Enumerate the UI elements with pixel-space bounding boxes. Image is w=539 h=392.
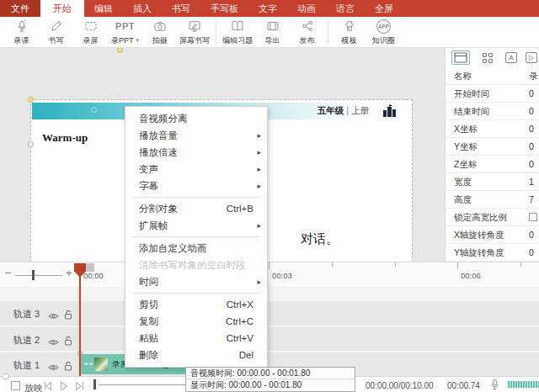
- edit-exercise-button[interactable]: 编辑习题: [220, 17, 255, 47]
- seek-slider-handle[interactable]: [93, 379, 96, 389]
- zoom-in-button[interactable]: +: [66, 267, 72, 279]
- tab-playback[interactable]: ▷: [526, 52, 537, 63]
- publish-button[interactable]: 发布: [290, 17, 324, 47]
- panel-tab-bar: A ▷: [446, 48, 539, 67]
- menu-item-copy[interactable]: 复制Ctrl+C: [125, 313, 267, 330]
- tab-fullscreen[interactable]: 全屏: [365, 0, 403, 17]
- x-coord-field[interactable]: 0: [529, 124, 539, 134]
- cursor-time-display: 00:00.74: [447, 381, 480, 390]
- zoom-slider[interactable]: [15, 275, 62, 276]
- eye-icon[interactable]: [48, 309, 59, 324]
- ppt-icon: PPT: [115, 19, 135, 34]
- menu-item-split-object[interactable]: 分割对象Ctrl+B: [125, 200, 267, 217]
- template-button[interactable]: 模板: [332, 17, 366, 47]
- grade-badge: 五年级|上册: [318, 105, 369, 117]
- tab-edit[interactable]: 编辑: [84, 0, 123, 17]
- submenu-arrow-icon: ▸: [257, 127, 261, 144]
- end-time-field[interactable]: 0: [529, 106, 539, 116]
- playhead-line[interactable]: [79, 277, 81, 377]
- menu-divider: [132, 236, 260, 237]
- name-field[interactable]: 录: [529, 71, 539, 82]
- tab-layout-grid[interactable]: [478, 50, 497, 65]
- tab-animation[interactable]: 动画: [287, 0, 326, 17]
- play-button[interactable]: [58, 380, 70, 392]
- playback-checkbox[interactable]: [11, 381, 20, 390]
- tab-home[interactable]: 开始: [40, 0, 84, 17]
- y-coord-field[interactable]: 0: [529, 141, 539, 151]
- property-row: Y轴旋转角度0: [446, 244, 539, 262]
- ruler-label: 00:00: [83, 271, 104, 280]
- menu-item-extend-frame[interactable]: 扩展帧▸: [125, 217, 267, 234]
- tab-insert[interactable]: 插入: [123, 0, 162, 17]
- record-ppt-button[interactable]: PPT 录PPT ▾: [108, 17, 142, 47]
- building-logo-icon: [382, 104, 398, 119]
- menu-item-playback-volume[interactable]: 播放音量▸: [125, 127, 267, 144]
- screen-write-icon: [187, 19, 202, 34]
- menu-item-add-custom-animation[interactable]: 添加自定义动画: [125, 240, 267, 257]
- zoom-out-button[interactable]: −: [5, 267, 12, 279]
- tab-tablet[interactable]: 手写板: [200, 0, 248, 17]
- record-screen-button[interactable]: 录屏: [73, 17, 108, 47]
- z-coord-field[interactable]: 0: [529, 159, 539, 169]
- property-row: 名称录: [446, 67, 539, 85]
- prev-frame-button[interactable]: [42, 380, 54, 392]
- mic-level-icon: [490, 379, 499, 392]
- menu-item-cut[interactable]: 剪切Ctrl+X: [125, 296, 267, 313]
- tab-language[interactable]: 语言: [326, 0, 365, 17]
- start-time-field[interactable]: 0: [529, 88, 539, 98]
- properties-panel: A ▷ 名称录 开始时间0 结束时间0 X坐标0 Y坐标0 Z坐标0 宽度1 高…: [445, 48, 539, 262]
- width-field[interactable]: 1: [529, 177, 539, 187]
- grid-icon: [483, 53, 493, 63]
- selection-handle[interactable]: [117, 47, 123, 53]
- book-icon: [230, 19, 245, 34]
- track-label: 轨道 1: [13, 359, 40, 372]
- track-row-3[interactable]: 轨道 3: [0, 301, 539, 326]
- track-row-2[interactable]: 轨道 2: [0, 327, 539, 351]
- eye-icon[interactable]: [48, 335, 59, 350]
- y-rotation-field[interactable]: 0: [529, 247, 539, 257]
- ribbon-tab-bar: 文件 开始 编辑 插入 书写 手写板 文字 动画 语言 全屏: [0, 0, 539, 17]
- share-icon: [300, 19, 315, 34]
- lock-open-icon[interactable]: [64, 334, 72, 349]
- record-lesson-button[interactable]: 录课: [4, 17, 39, 47]
- toolbar-separator: [328, 20, 328, 44]
- menu-item-subtitles[interactable]: 字幕▸: [125, 177, 267, 194]
- tab-write[interactable]: 书写: [162, 0, 200, 17]
- menu-item-playback-speed[interactable]: 播放倍速▸: [125, 144, 267, 161]
- video-editor-window: 文件 开始 编辑 插入 书写 手写板 文字 动画 语言 全屏 录课 书写 录屏: [0, 0, 539, 392]
- write-button[interactable]: 书写: [39, 17, 73, 47]
- menu-item-voice-change[interactable]: 变声▸: [125, 161, 267, 177]
- property-row: 宽度1: [446, 173, 539, 191]
- x-rotation-field[interactable]: 0: [529, 230, 539, 240]
- export-button[interactable]: 导出: [255, 17, 290, 47]
- lock-aspect-ratio-checkbox[interactable]: [529, 213, 537, 221]
- knowledge-circle-button[interactable]: APP 知识圈: [366, 17, 401, 47]
- menu-item-paste[interactable]: 粘贴Ctrl+V: [125, 330, 267, 347]
- menu-item-clear-blank-segments: 清除书写对象的空白时段: [125, 257, 267, 273]
- lock-open-icon[interactable]: [64, 308, 72, 323]
- tab-text-style[interactable]: A: [505, 52, 517, 63]
- menu-item-separate-audio-video[interactable]: 音视频分离: [125, 110, 267, 127]
- scrollbar-thumb[interactable]: [2, 373, 9, 379]
- camera-icon: [152, 19, 168, 34]
- menu-item-time[interactable]: 时间▸: [125, 273, 267, 290]
- menu-item-delete[interactable]: 删除Del: [125, 347, 267, 363]
- height-field[interactable]: 7: [529, 194, 539, 204]
- slide-title: Warm-up: [42, 131, 88, 145]
- submenu-arrow-icon: ▸: [257, 217, 261, 234]
- timeline-ruler[interactable]: − + 00:00 00:03 00:06: [0, 262, 539, 287]
- tab-file[interactable]: 文件: [0, 0, 40, 17]
- eye-icon[interactable]: [48, 360, 59, 375]
- zoom-slider-handle[interactable]: [32, 270, 35, 280]
- screen-write-button[interactable]: 屏幕书写: [177, 17, 212, 47]
- tab-text[interactable]: 文字: [248, 0, 287, 17]
- selection-handle[interactable]: [28, 97, 34, 103]
- menu-divider: [132, 197, 260, 198]
- next-frame-button[interactable]: [74, 380, 86, 392]
- tab-object-properties[interactable]: [451, 50, 470, 65]
- selection-handle[interactable]: [28, 141, 34, 147]
- chevron-down-icon[interactable]: ▾: [136, 37, 140, 44]
- capture-button[interactable]: 拍摄: [142, 17, 177, 47]
- property-row: 结束时间0: [446, 103, 539, 120]
- lock-open-icon[interactable]: [64, 359, 72, 374]
